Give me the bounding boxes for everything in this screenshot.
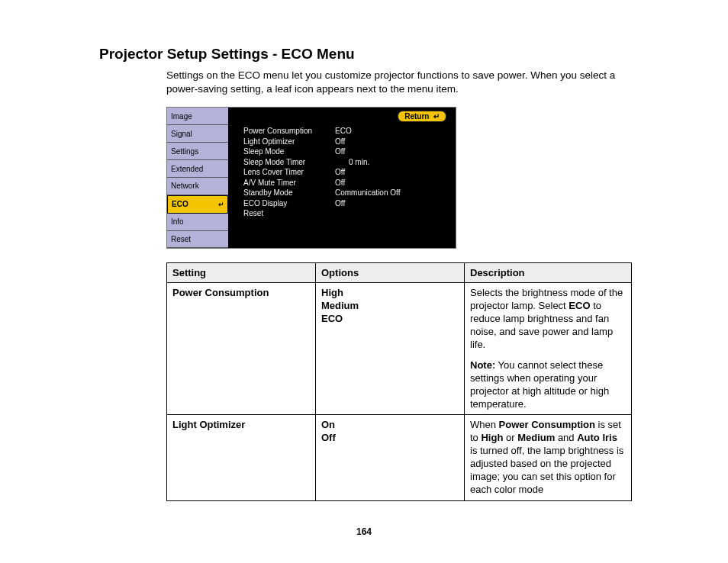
sidebar-item-reset: Reset (167, 231, 228, 249)
page-title: Projector Setup Settings - ECO Menu (99, 46, 644, 63)
menu-row: Standby ModeCommunication Off (243, 188, 449, 198)
menu-settings-list: Power ConsumptionECO Light OptimizerOff … (243, 126, 449, 219)
option-off: Off (321, 432, 459, 443)
col-setting: Setting (167, 263, 316, 283)
sidebar-item-network: Network (167, 178, 228, 195)
menu-row: Reset (243, 208, 449, 219)
col-description: Description (465, 263, 632, 283)
page-number: 164 (0, 526, 728, 537)
setting-description: Selects the brightness mode of the proje… (465, 283, 632, 415)
return-icon: ↵ (431, 112, 440, 121)
menu-row: Lens Cover TimerOff (243, 167, 449, 178)
return-label: Return (404, 112, 429, 121)
table-row: Light Optimizer On Off When Power Consum… (167, 415, 632, 500)
menu-row: Power ConsumptionECO (243, 126, 449, 137)
setting-name: Light Optimizer (167, 415, 316, 500)
option-medium: Medium (321, 300, 459, 311)
note-label: Note: (470, 359, 495, 371)
setting-options: On Off (316, 415, 465, 500)
menu-row: Sleep Mode Timer0 min. (243, 157, 449, 168)
menu-row: Light OptimizerOff (243, 137, 449, 147)
table-header-row: Setting Options Description (167, 263, 632, 283)
sidebar-item-image: Image (167, 108, 228, 125)
option-eco: ECO (321, 313, 459, 324)
col-options: Options (316, 263, 465, 283)
option-on: On (321, 419, 459, 430)
sidebar-item-signal: Signal (167, 125, 228, 143)
menu-row: A/V Mute TimerOff (243, 178, 449, 188)
setting-options: High Medium ECO (316, 283, 465, 415)
table-row: Power Consumption High Medium ECO Select… (167, 283, 632, 415)
sidebar-item-extended: Extended (167, 160, 228, 178)
projector-menu-screenshot: Image Signal Settings Extended Network E… (166, 107, 456, 249)
menu-sidebar: Image Signal Settings Extended Network E… (167, 108, 228, 248)
setting-name: Power Consumption (167, 283, 316, 415)
option-high: High (321, 287, 459, 298)
intro-text: Settings on the ECO menu let you customi… (166, 69, 639, 96)
menu-row: Sleep ModeOff (243, 146, 449, 157)
setting-description: When Power Consumption is set to High or… (465, 415, 632, 500)
sidebar-item-eco: ECO (167, 195, 228, 214)
sidebar-item-settings: Settings (167, 143, 228, 160)
menu-row: ECO DisplayOff (243, 198, 449, 209)
sidebar-item-info: Info (167, 214, 228, 231)
return-button: Return ↵ (398, 111, 446, 122)
menu-main-panel: Return ↵ Power ConsumptionECO Light Opti… (228, 108, 456, 248)
settings-table: Setting Options Description Power Consum… (166, 262, 632, 500)
